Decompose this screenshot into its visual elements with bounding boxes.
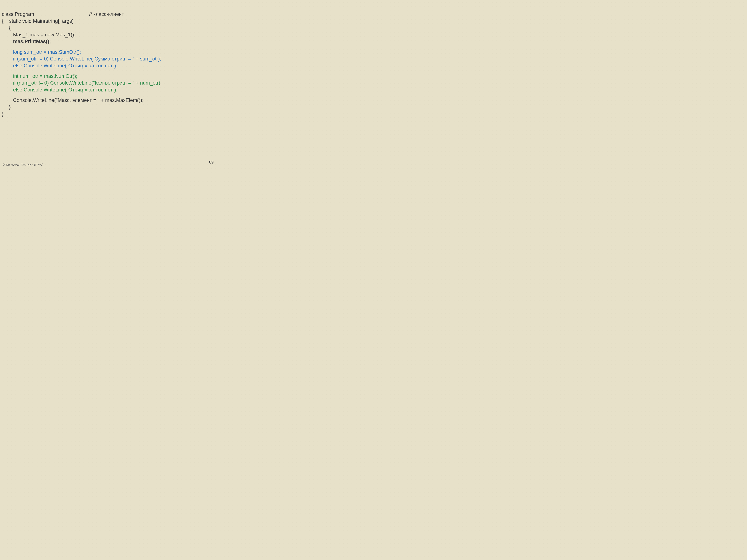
line-9: int num_otr = mas.NumOtr(); [2, 73, 77, 79]
line-12: Console.WriteLine("Макс. элемент = " + m… [2, 98, 144, 103]
line-13: } [2, 104, 11, 110]
line-11: else Console.WriteLine("Отриц-х эл-тов н… [2, 87, 118, 92]
gap-3 [2, 93, 222, 97]
line-14: } [2, 111, 4, 117]
gap-2 [2, 69, 222, 73]
line-4: Mas_1 mas = new Mas_1(); [2, 32, 75, 37]
line-5: mas.PrintMas(); [2, 38, 51, 44]
slide: class Program// класс-клиент { static vo… [0, 0, 224, 168]
line-10: if (num_otr != 0) Console.WriteLine("Кол… [2, 80, 162, 86]
line-6: long sum_otr = mas.SumOtr(); [2, 49, 81, 55]
gap-1 [2, 45, 222, 49]
line-3: { [2, 25, 11, 31]
line-8: else Console.WriteLine("Отриц-х эл-тов н… [2, 63, 118, 69]
line-1a: class Program [2, 11, 34, 17]
page-number: 89 [209, 160, 214, 165]
line-2: { static void Main(string[] args) [2, 18, 74, 24]
line-1-comment: // класс-клиент [89, 11, 124, 17]
footer-copyright: ©Павловская Т.А. (НИУ ИТМО) [3, 163, 43, 166]
code-block: class Program// класс-клиент { static vo… [2, 4, 222, 124]
line-7: if (sum_otr != 0) Console.WriteLine("Сум… [2, 56, 161, 61]
